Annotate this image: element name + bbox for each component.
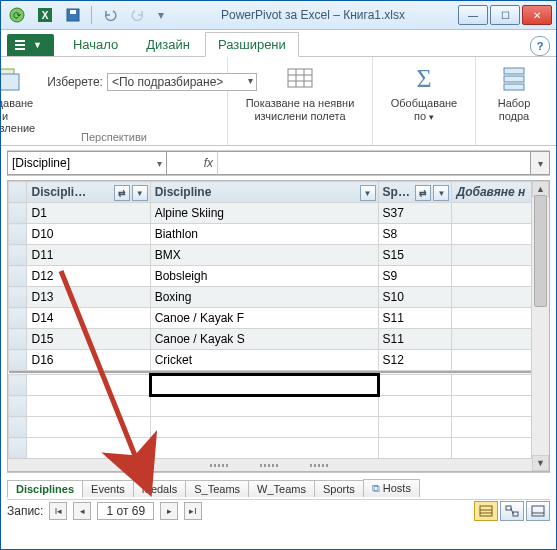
close-button[interactable]: ✕ [522,5,552,25]
row-header[interactable] [9,245,27,266]
app-icon[interactable]: ⟳ [5,3,29,27]
cell[interactable] [27,417,150,438]
maximize-button[interactable]: ☐ [490,5,520,25]
minimize-button[interactable]: — [458,5,488,25]
cell[interactable]: S11 [378,308,452,329]
table-row[interactable]: D16 Cricket S12 [9,350,549,371]
cell[interactable]: S37 [378,203,452,224]
excel-icon[interactable]: X [33,3,57,27]
sheet-tab-medals[interactable]: Medals [133,480,186,497]
row-header[interactable] [9,287,27,308]
table-row[interactable]: D10 Biathlon S8 [9,224,549,245]
table-row[interactable]: D12 Bobsleigh S9 [9,266,549,287]
nav-first-icon[interactable]: I◂ [49,502,67,520]
cell[interactable] [150,396,378,417]
row-header[interactable] [9,417,27,438]
calc-area-button[interactable] [526,501,550,521]
table-row[interactable]: D14 Canoe / Kayak F S11 [9,308,549,329]
vertical-scrollbar[interactable]: ▲ ▼ [531,181,549,471]
cell[interactable]: S10 [378,287,452,308]
filter-dropdown-icon[interactable]: ▼ [132,185,148,201]
record-position[interactable]: 1 от 69 [97,502,154,520]
table-row[interactable] [9,438,549,459]
cell[interactable]: D15 [27,329,150,350]
qat-customize-icon[interactable]: ▾ [154,3,168,27]
create-manage-button[interactable]: Създаване и управление [0,61,39,137]
row-header[interactable] [9,266,27,287]
show-implicit-button[interactable]: Показване на неявни изчислени полета [242,61,359,124]
diagram-view-button[interactable] [500,501,524,521]
col-header-sport[interactable]: Sp…⇄▼ [378,182,452,203]
cell[interactable]: Canoe / Kayak F [150,308,378,329]
row-header[interactable] [9,350,27,371]
sheet-tab-s_teams[interactable]: S_Teams [185,480,249,497]
cell[interactable] [150,417,378,438]
cell[interactable]: D13 [27,287,150,308]
cell[interactable]: D16 [27,350,150,371]
cell[interactable]: S8 [378,224,452,245]
cell[interactable]: D11 [27,245,150,266]
scroll-down-icon[interactable]: ▼ [532,455,549,471]
fx-label[interactable]: fx [167,151,218,175]
cell[interactable]: Cricket [150,350,378,371]
cell[interactable]: Boxing [150,287,378,308]
name-box[interactable]: [Discipline] [7,151,167,175]
table-row[interactable]: D1 Alpine Skiing S37 [9,203,549,224]
table-row[interactable]: D13 Boxing S10 [9,287,549,308]
cell[interactable]: Alpine Skiing [150,203,378,224]
cell[interactable] [27,438,150,459]
cell[interactable]: BMX [150,245,378,266]
data-view-button[interactable] [474,501,498,521]
tab-home[interactable]: Начало [60,32,131,56]
cell[interactable] [378,396,452,417]
cell[interactable] [378,375,452,396]
sheet-tab-w_teams[interactable]: W_Teams [248,480,315,497]
cell[interactable]: S12 [378,350,452,371]
cell[interactable] [27,375,150,396]
selected-cell[interactable] [150,375,378,396]
sheet-tab-sports[interactable]: Sports [314,480,364,497]
sheet-tab-hosts[interactable]: ⧉ Hosts [363,479,420,497]
col-header-discipline[interactable]: Discipline▼ [150,182,378,203]
table-row[interactable] [9,375,549,396]
formula-input[interactable] [218,151,531,175]
cell[interactable] [378,417,452,438]
undo-icon[interactable] [98,3,122,27]
row-header[interactable] [9,308,27,329]
summarize-by-button[interactable]: Σ Обобщаване по ▾ [387,61,461,124]
nav-next-icon[interactable]: ▸ [160,502,178,520]
cell[interactable] [27,396,150,417]
row-header[interactable] [9,224,27,245]
formula-expand-icon[interactable]: ▾ [531,151,550,175]
calculation-area-resizer[interactable] [8,458,532,471]
cell[interactable]: Bobsleigh [150,266,378,287]
cell[interactable]: D10 [27,224,150,245]
row-header[interactable] [9,375,27,396]
row-header[interactable] [9,438,27,459]
cell[interactable]: S9 [378,266,452,287]
row-header[interactable] [9,203,27,224]
table-row[interactable] [9,417,549,438]
cell[interactable]: D14 [27,308,150,329]
help-icon[interactable]: ? [530,36,550,56]
relationship-icon[interactable]: ⇄ [415,185,431,201]
relationship-icon[interactable]: ⇄ [114,185,130,201]
cell[interactable]: Biathlon [150,224,378,245]
nav-last-icon[interactable]: ▸I [184,502,202,520]
sheet-tab-disciplines[interactable]: Disciplines [7,480,83,498]
sheet-tab-events[interactable]: Events [82,480,134,497]
row-header[interactable] [9,329,27,350]
scroll-thumb[interactable] [534,195,547,307]
file-tab[interactable]: ▼ [7,34,54,56]
table-row[interactable]: D15 Canoe / Kayak S S11 [9,329,549,350]
cell[interactable] [150,438,378,459]
save-icon[interactable] [61,3,85,27]
cell[interactable] [378,438,452,459]
tab-design[interactable]: Дизайн [133,32,203,56]
col-header-disciplineid[interactable]: Discipli…⇄▼ [27,182,150,203]
redo-icon[interactable] [126,3,150,27]
table-row[interactable] [9,396,549,417]
cell[interactable]: D12 [27,266,150,287]
tab-advanced[interactable]: Разширени [205,32,299,57]
cell[interactable]: S15 [378,245,452,266]
